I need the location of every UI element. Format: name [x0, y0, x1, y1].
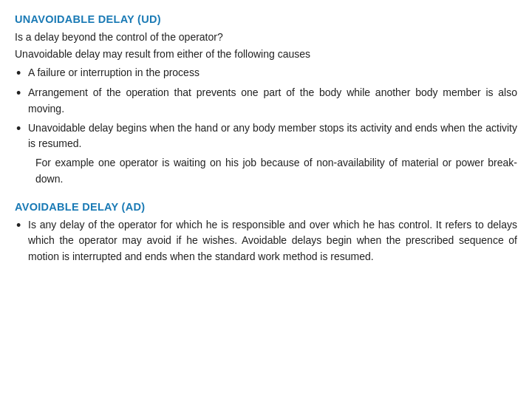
list-item: • Is any delay of the operator for which…	[15, 217, 517, 265]
section1-title: UNAVOIDABLE DELAY (UD)	[15, 13, 517, 25]
list-item: • Arrangement of the operation that prev…	[15, 85, 517, 117]
page-content: UNAVOIDABLE DELAY (UD) Is a delay beyond…	[0, 0, 532, 399]
list-item: • Unavoidable delay begins when the hand…	[15, 120, 517, 152]
section2: AVOIDABLE DELAY (AD) • Is any delay of t…	[15, 201, 517, 265]
section2-bullet-list: • Is any delay of the operator for which…	[15, 217, 517, 265]
bullet-dot: •	[15, 65, 28, 82]
list-item: • A failure or interruption in the proce…	[15, 65, 517, 82]
bullet-dot: •	[15, 85, 28, 102]
bullet-text: A failure or interruption in the process	[28, 65, 517, 81]
list-item: For example one operator is waiting on h…	[15, 155, 517, 187]
section1-bullet-list: • A failure or interruption in the proce…	[15, 65, 517, 188]
bullet-text: Is any delay of the operator for which h…	[28, 217, 517, 265]
bullet-text: For example one operator is waiting on h…	[35, 155, 517, 187]
bullet-text: Unavoidable delay begins when the hand o…	[28, 120, 517, 152]
section2-title: AVOIDABLE DELAY (AD)	[15, 201, 517, 213]
section1: UNAVOIDABLE DELAY (UD) Is a delay beyond…	[15, 13, 517, 188]
bullet-dot: •	[15, 120, 28, 137]
section1-intro1: Is a delay beyond the control of the ope…	[15, 30, 517, 45]
bullet-text: Arrangement of the operation that preven…	[28, 85, 517, 117]
bullet-dot: •	[15, 217, 28, 234]
section1-intro2: Unavoidable delay may result from either…	[15, 47, 517, 62]
